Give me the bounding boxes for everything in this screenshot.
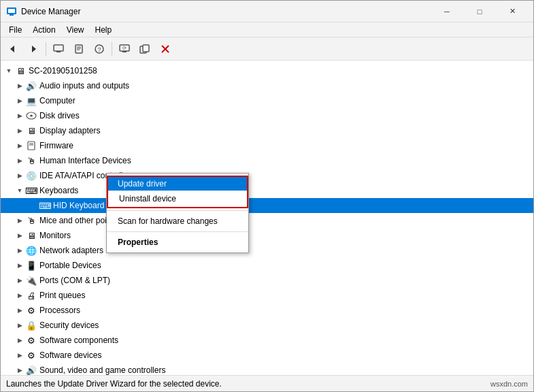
list-item[interactable]: ▶ 🖥 Monitors	[1, 228, 533, 243]
list-item[interactable]: ▶ ⚙ Software components	[1, 333, 533, 348]
toggle-portable[interactable]: ▶	[14, 260, 25, 271]
hid-icon: 🖱	[25, 154, 37, 167]
watermark: wsxdn.com	[490, 380, 528, 388]
toggle-firmware[interactable]: ▶	[14, 140, 25, 151]
svg-rect-6	[56, 51, 61, 52]
hid-keyboard-item[interactable]: ⌨ HID Keyboard Device	[1, 198, 533, 213]
label-disk: Disk drives	[39, 111, 80, 120]
list-item[interactable]: ▶ 📱 Portable Devices	[1, 258, 533, 273]
toggle-sw-dev[interactable]: ▶	[14, 350, 25, 361]
label-computer: Computer	[39, 96, 76, 105]
list-item[interactable]: ▶ 🔒 Security devices	[1, 318, 533, 333]
toolbar-sep-2	[112, 42, 112, 56]
help-icon-btn[interactable]: ?	[90, 40, 109, 58]
list-item[interactable]: ▶ 🖱 Mice and other pointing devices	[1, 213, 533, 228]
keyboards-icon: ⌨	[25, 184, 37, 197]
scan-hardware-btn[interactable]: ⟳	[115, 40, 134, 58]
svg-marker-3	[10, 46, 14, 52]
toggle-proc[interactable]: ▶	[14, 305, 25, 316]
title-bar-controls: ─ □ ✕	[431, 1, 528, 22]
svg-marker-4	[32, 46, 36, 52]
list-item[interactable]: ▶ Firmware	[1, 138, 533, 153]
toggle-disk[interactable]: ▶	[14, 110, 25, 121]
list-item[interactable]: ▼ ⌨ Keyboards	[1, 183, 533, 198]
context-update-driver[interactable]: Update driver	[107, 176, 248, 191]
device-manager-icon-btn[interactable]	[49, 40, 68, 58]
label-proc: Processors	[39, 306, 80, 315]
tree-root[interactable]: ▼ 🖥 SC-201905101258	[1, 63, 533, 78]
toggle-computer[interactable]: ▶	[14, 95, 25, 106]
toggle-hid[interactable]: ▶	[14, 155, 25, 166]
context-scan-hardware[interactable]: Scan for hardware changes	[107, 213, 248, 229]
context-separator	[107, 210, 248, 211]
svg-rect-14	[122, 51, 127, 52]
properties-icon-btn[interactable]	[69, 40, 88, 58]
label-sw-dev: Software devices	[39, 350, 101, 360]
close-button[interactable]: ✕	[497, 1, 528, 22]
toggle-hid-kb	[28, 200, 39, 211]
list-item[interactable]: ▶ 🔊 Sound, video and game controllers	[1, 363, 533, 375]
list-item[interactable]: ▶ ⚙ Software devices	[1, 348, 533, 363]
monitors-icon: 🖥	[25, 229, 37, 242]
update-driver-label: Update driver	[118, 179, 167, 189]
hid-kb-icon: ⌨	[39, 199, 51, 212]
label-hid: Human Interface Devices	[39, 156, 131, 165]
maximize-button[interactable]: □	[464, 1, 495, 22]
update-driver-btn[interactable]	[135, 40, 154, 58]
toggle-ports[interactable]: ▶	[14, 275, 25, 286]
toggle-keyboards[interactable]: ▼	[14, 185, 25, 196]
list-item[interactable]: ▶ 💿 IDE ATA/ATAPI controllers	[1, 168, 533, 183]
device-tree[interactable]: ▼ 🖥 SC-201905101258 ▶ 🔊 Audio inputs and…	[1, 61, 533, 375]
menu-view[interactable]: View	[61, 22, 90, 37]
toggle-display[interactable]: ▶	[14, 125, 25, 136]
list-item[interactable]: ▶ 🌐 Network adapters	[1, 243, 533, 258]
list-item[interactable]: ▶ 🔌 Ports (COM & LPT)	[1, 273, 533, 288]
toggle-mice[interactable]: ▶	[14, 215, 25, 226]
remove-device-btn[interactable]	[156, 40, 175, 58]
sw-comp-icon: ⚙	[25, 334, 37, 346]
svg-rect-7	[76, 45, 82, 53]
window-title: Device Manager	[21, 7, 80, 16]
root-toggle[interactable]: ▼	[3, 65, 14, 76]
toggle-ide[interactable]: ▶	[14, 170, 25, 181]
svg-rect-1	[8, 9, 15, 13]
list-item[interactable]: ▶ 🖱 Human Interface Devices	[1, 153, 533, 168]
svg-rect-5	[54, 45, 63, 51]
svg-text:?: ?	[97, 46, 101, 53]
toolbar-sep-1	[46, 42, 46, 56]
list-item[interactable]: ▶ 💻 Computer	[1, 93, 533, 108]
toggle-security[interactable]: ▶	[14, 320, 25, 331]
scan-hardware-label: Scan for hardware changes	[118, 216, 218, 226]
toggle-monitors[interactable]: ▶	[14, 230, 25, 241]
sw-dev-icon: ⚙	[25, 349, 37, 361]
svg-text:⟳: ⟳	[122, 46, 127, 50]
menu-help[interactable]: Help	[90, 22, 118, 37]
svg-point-21	[30, 115, 33, 117]
disk-icon	[25, 110, 37, 122]
label-firmware: Firmware	[39, 141, 73, 150]
device-manager-window: Device Manager ─ □ ✕ File Action View He…	[0, 0, 534, 392]
toggle-network[interactable]: ▶	[14, 245, 25, 256]
menu-file[interactable]: File	[3, 22, 27, 37]
label-keyboards: Keyboards	[39, 186, 78, 195]
toggle-audio[interactable]: ▶	[14, 80, 25, 91]
list-item[interactable]: ▶ Disk drives	[1, 108, 533, 123]
toggle-sound[interactable]: ▶	[14, 365, 25, 375]
menu-action[interactable]: Action	[27, 22, 61, 37]
context-uninstall-device[interactable]: Uninstall device	[107, 191, 248, 208]
toggle-sw-comp[interactable]: ▶	[14, 335, 25, 346]
portable-icon: 📱	[25, 259, 37, 272]
label-display: Display adapters	[39, 126, 100, 135]
toggle-print[interactable]: ▶	[14, 290, 25, 301]
list-item[interactable]: ▶ 🔊 Audio inputs and outputs	[1, 78, 533, 93]
minimize-button[interactable]: ─	[431, 1, 463, 22]
label-ports: Ports (COM & LPT)	[39, 276, 110, 285]
list-item[interactable]: ▶ 🖨 Print queues	[1, 288, 533, 303]
list-item[interactable]: ▶ ⚙ Processors	[1, 303, 533, 318]
context-properties[interactable]: Properties	[107, 234, 248, 250]
title-bar: Device Manager ─ □ ✕	[1, 1, 533, 22]
menu-bar: File Action View Help	[1, 22, 533, 37]
back-button[interactable]	[3, 40, 22, 58]
forward-button[interactable]	[24, 40, 43, 58]
list-item[interactable]: ▶ 🖥 Display adapters	[1, 123, 533, 138]
